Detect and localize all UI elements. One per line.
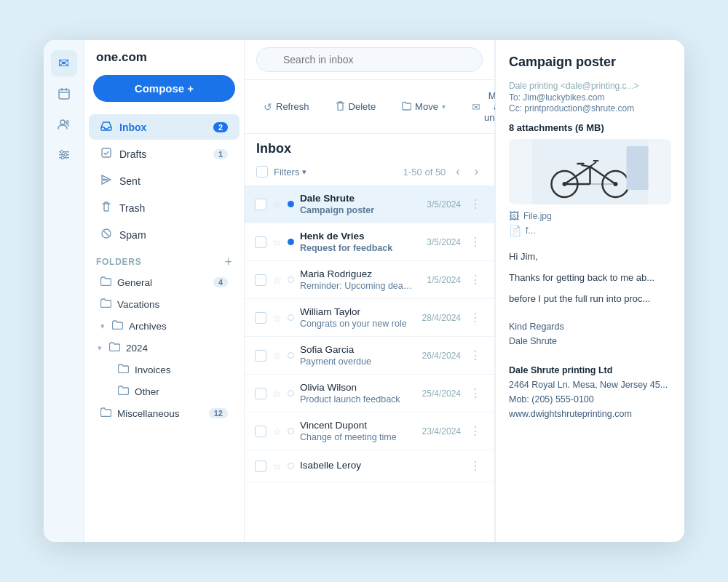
email-subject-4: Payment overdue — [300, 356, 411, 367]
email-row-7[interactable]: ☆ Isabelle Leroy ⋮ — [245, 450, 494, 482]
email-star-2[interactable]: ☆ — [272, 274, 282, 286]
next-page-button[interactable]: › — [470, 164, 483, 180]
folder-2024-label: 2024 — [126, 343, 148, 354]
email-more-5[interactable]: ⋮ — [467, 385, 484, 402]
email-star-1[interactable]: ☆ — [272, 236, 282, 248]
add-folder-button[interactable]: + — [224, 255, 232, 268]
delete-button[interactable]: Delete — [328, 96, 384, 117]
email-checkbox-2[interactable] — [255, 274, 266, 286]
file-2-icon: 📄 — [509, 225, 521, 236]
email-date-4: 26/4/2024 — [422, 351, 461, 361]
email-more-1[interactable]: ⋮ — [467, 234, 484, 250]
svg-point-9 — [60, 151, 63, 154]
email-checkbox-1[interactable] — [255, 236, 266, 248]
email-list: ☆ Dale Shrute Campaign poster 3/5/2024 ⋮… — [245, 186, 494, 542]
folder-other[interactable]: ▾ Other — [89, 381, 240, 402]
email-star-7[interactable]: ☆ — [272, 461, 282, 472]
detail-address: 2464 Royal Ln. Mesa, New Jersey 45... — [509, 378, 671, 392]
email-date-2: 1/5/2024 — [427, 275, 461, 285]
email-checkbox-5[interactable] — [255, 388, 266, 399]
move-chevron-icon[interactable]: ▾ — [442, 103, 446, 111]
email-sender-6: Vincent Dupont — [300, 420, 411, 431]
email-checkbox-3[interactable] — [255, 312, 266, 324]
folder-general-icon — [100, 276, 111, 288]
email-star-4[interactable]: ☆ — [272, 350, 282, 362]
trash-label: Trash — [119, 202, 145, 214]
email-unread-dot-0 — [288, 201, 294, 207]
detail-from: Dale printing <dale@printing.c...> — [509, 80, 671, 91]
detail-attachments: 8 attachments (6 MB) — [509, 122, 671, 133]
email-row-6[interactable]: ☆ Vincent Dupont Change of meeting time … — [245, 412, 494, 450]
sidebar-calendar-icon[interactable] — [51, 81, 77, 107]
detail-website: www.dwightshruteprinting.com — [509, 407, 671, 421]
email-row-3[interactable]: ☆ William Taylor Congrats on your new ro… — [245, 299, 494, 337]
email-star-6[interactable]: ☆ — [272, 426, 282, 437]
email-row-2[interactable]: ☆ Maria Rodriguez Reminder: Upcoming dea… — [245, 261, 494, 299]
email-row-4[interactable]: ☆ Sofia Garcia Payment overdue 26/4/2024… — [245, 337, 494, 375]
email-more-7[interactable]: ⋮ — [467, 458, 484, 474]
sidebar-mail-icon[interactable]: ✉ — [51, 50, 77, 76]
email-more-2[interactable]: ⋮ — [467, 271, 484, 288]
svg-point-10 — [64, 154, 67, 156]
drafts-icon — [100, 147, 112, 161]
prev-page-button[interactable]: ‹ — [451, 164, 464, 180]
folder-invoices[interactable]: ▾ Invoices — [89, 359, 240, 380]
folders-section-header: Folders + — [84, 248, 244, 271]
email-checkbox-6[interactable] — [255, 426, 266, 437]
detail-mob: Mob: (205) 555-0100 — [509, 392, 671, 407]
email-checkbox-4[interactable] — [255, 350, 266, 362]
email-read-dot-7 — [288, 463, 294, 469]
folder-misc-badge: 12 — [209, 408, 228, 418]
folder-2024[interactable]: ▾ 2024 — [89, 338, 240, 358]
folder-general[interactable]: General 4 — [89, 272, 240, 292]
sidebar-item-drafts[interactable]: Drafts 1 — [89, 141, 240, 167]
compose-button[interactable]: Compose + — [93, 75, 235, 102]
svg-rect-34 — [627, 146, 649, 190]
email-more-6[interactable]: ⋮ — [467, 423, 484, 439]
trash-icon — [100, 201, 112, 215]
email-sender-3: William Taylor — [300, 306, 411, 317]
sidebar-item-trash[interactable]: Trash — [89, 195, 240, 220]
detail-body-line2: before I put the full run into proc... — [509, 292, 671, 307]
file-2-name: f... — [526, 226, 535, 236]
email-more-0[interactable]: ⋮ — [467, 196, 484, 212]
move-button[interactable]: Move ▾ — [395, 97, 453, 117]
email-row-1[interactable]: ☆ Henk de Vries Request for feedback 3/5… — [245, 223, 494, 261]
svg-rect-0 — [59, 89, 69, 99]
2024-collapse-icon[interactable]: ▾ — [98, 343, 102, 353]
delete-label: Delete — [349, 101, 376, 112]
filter-button[interactable]: Filters ▾ — [274, 167, 306, 178]
search-wrap — [256, 47, 483, 72]
sidebar-people-icon[interactable] — [51, 111, 77, 137]
email-row-5[interactable]: ☆ Olivia Wilson Product launch feedback … — [245, 375, 494, 412]
sent-icon — [100, 174, 112, 188]
folder-archives[interactable]: ▾ Archives — [89, 316, 240, 336]
email-more-3[interactable]: ⋮ — [467, 309, 484, 326]
folder-general-badge: 4 — [213, 277, 228, 287]
refresh-button[interactable]: ↺ Refresh — [256, 97, 317, 117]
sidebar-settings-icon[interactable] — [51, 142, 77, 168]
detail-company-name: Dale Shrute printing Ltd — [509, 365, 612, 375]
email-more-4[interactable]: ⋮ — [467, 347, 484, 364]
drafts-badge: 1 — [213, 149, 228, 159]
email-row-0[interactable]: ☆ Dale Shrute Campaign poster 3/5/2024 ⋮ — [245, 186, 494, 223]
inbox-label: Inbox — [119, 121, 146, 133]
sidebar-item-inbox[interactable]: Inbox 2 — [89, 114, 240, 140]
email-star-5[interactable]: ☆ — [272, 388, 282, 399]
archives-collapse-icon[interactable]: ▾ — [100, 322, 105, 331]
email-checkbox-0[interactable] — [255, 199, 266, 210]
folder-vacations[interactable]: Vacations — [89, 294, 240, 314]
attachment-file-2-row: 📄 f... — [509, 225, 671, 236]
email-checkbox-7[interactable] — [255, 461, 266, 472]
search-input[interactable] — [256, 47, 483, 72]
sidebar-item-sent[interactable]: Sent — [89, 168, 240, 194]
email-date-5: 25/4/2024 — [422, 388, 461, 399]
email-star-0[interactable]: ☆ — [272, 199, 282, 210]
sidebar-item-spam[interactable]: Spam — [89, 222, 240, 247]
email-star-3[interactable]: ☆ — [272, 312, 282, 324]
email-content-3: William Taylor Congrats on your new role — [300, 306, 411, 329]
email-content-6: Vincent Dupont Change of meeting time — [300, 420, 411, 442]
folder-miscellaneous[interactable]: Miscellaneous 12 — [89, 403, 240, 423]
select-all-checkbox[interactable] — [256, 166, 268, 178]
svg-point-11 — [61, 156, 64, 159]
